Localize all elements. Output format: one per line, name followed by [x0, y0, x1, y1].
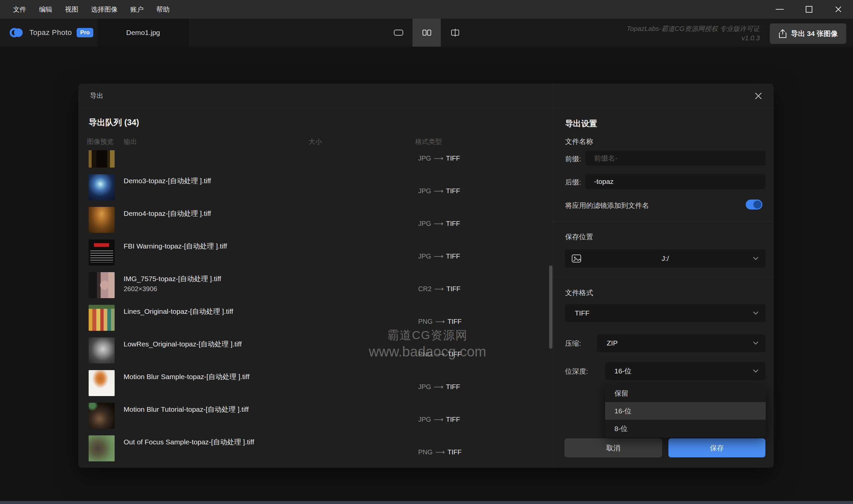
save-location-label: 保存位置 [565, 232, 593, 241]
file-dimensions: 2602×3906 [124, 285, 157, 293]
prefix-label: 前缀: [565, 154, 581, 164]
format-label: TIFF [446, 416, 460, 423]
bit-depth-label: 位深度: [565, 367, 588, 376]
thumbnail-owl [89, 435, 114, 461]
format-label: TIFF [446, 383, 460, 391]
file-format-dropdown[interactable]: TIFF [565, 304, 766, 322]
bit-depth-dropdown[interactable]: 16-位 [605, 362, 766, 380]
divider [553, 277, 774, 277]
menu-item-help[interactable]: 帮助 [150, 5, 176, 14]
menu-item-view[interactable]: 视图 [59, 5, 85, 14]
thumbnail-fbi-warning [89, 239, 114, 266]
export-images-button[interactable]: 导出 34 张图像 [770, 23, 846, 44]
single-view-button[interactable] [384, 19, 412, 47]
arrow-right-icon: ⟶ [431, 155, 446, 162]
app-header: Topaz Photo Pro Demo1.jpg TopazLabs-霸道CG… [0, 19, 853, 47]
format-label: TIFF [447, 350, 461, 358]
filter-name-toggle[interactable] [746, 200, 762, 210]
format-label: TIFF [446, 252, 460, 260]
file-format-label: 文件格式 [565, 288, 593, 298]
suffix-input[interactable] [585, 174, 766, 189]
format-label: TIFF [446, 285, 461, 292]
save-button[interactable]: 保存 [669, 438, 765, 457]
maximize-icon [806, 6, 812, 13]
column-header-size: 大小 [308, 137, 322, 146]
menu-item-select-image[interactable]: 选择图像 [85, 5, 124, 14]
file-format-value: TIFF [575, 309, 589, 317]
format-label: PNG [418, 448, 432, 456]
arrow-right-icon: ⟶ [431, 220, 446, 227]
format-conversion: CR2⟶TIFF [418, 285, 461, 293]
settings-heading: 导出设置 [565, 118, 597, 129]
file-name: FBI Warning-topaz-[自动处理 ].tiff [124, 241, 227, 251]
arrow-right-icon: ⟶ [431, 383, 446, 391]
menu-item-file[interactable]: 文件 [7, 5, 33, 14]
arrow-right-icon: ⟶ [432, 318, 447, 325]
export-queue-list: JPG⟶TIFFDemo3-topaz-[自动处理 ].tiffJPG⟶TIFF… [89, 150, 552, 467]
column-header-format: 格式类型 [415, 137, 442, 146]
app-logo: Topaz Photo Pro [0, 19, 98, 47]
tab-demo1[interactable]: Demo1.jpg [99, 19, 188, 47]
format-conversion: JPG⟶TIFF [418, 252, 460, 260]
app-window: { "menu_bar": { "items": ["文件", "编辑", "视… [0, 0, 853, 504]
file-name: Motion Blur Tutorial-topaz-[自动处理 ].tiff [124, 405, 249, 414]
bit-depth-option[interactable]: 8-位 [605, 420, 766, 437]
menu-item-account[interactable]: 账户 [124, 5, 150, 14]
bit-depth-option[interactable]: 16-位 [605, 402, 766, 420]
minimize-icon [776, 9, 784, 10]
save-location-dropdown[interactable]: J:/ [565, 249, 766, 268]
tab-label: Demo1.jpg [126, 29, 160, 37]
single-view-icon [393, 28, 404, 37]
split-view-button[interactable] [441, 19, 469, 47]
chevron-down-icon [752, 341, 759, 345]
dialog-title: 导出 [90, 84, 103, 108]
split-view-icon [450, 28, 460, 38]
chevron-down-icon [752, 369, 759, 374]
queue-row[interactable]: Out of Focus Sample-topaz-[自动处理 ].tiffPN… [89, 435, 552, 461]
chevron-down-icon [752, 256, 759, 261]
file-name: Motion Blur Sample-topaz-[自动处理 ].tiff [124, 372, 250, 381]
queue-scrollbar[interactable] [549, 266, 552, 349]
compression-dropdown[interactable]: ZIP [597, 334, 766, 352]
queue-row[interactable]: LowRes_Original-topaz-[自动处理 ].tiffPNG⟶TI… [89, 338, 552, 363]
queue-row[interactable]: JPG⟶TIFF [89, 150, 552, 167]
arrow-right-icon: ⟶ [431, 187, 446, 195]
filter-toggle-label: 将应用的滤镜添加到文件名 [565, 201, 649, 210]
share-export-icon [778, 29, 787, 38]
close-icon [835, 6, 842, 13]
format-label: TIFF [446, 187, 460, 195]
window-bottom-edge [0, 501, 853, 504]
queue-row[interactable]: FBI Warning-topaz-[自动处理 ].tiffJPG⟶TIFF [89, 239, 552, 266]
format-conversion: JPG⟶TIFF [418, 383, 460, 391]
queue-row[interactable]: Motion Blur Sample-topaz-[自动处理 ].tiffJPG… [89, 370, 552, 396]
queue-row[interactable]: Demo4-topaz-[自动处理 ].tiffJPG⟶TIFF [89, 207, 552, 233]
close-window-button[interactable] [824, 0, 853, 19]
view-mode-switch [384, 19, 469, 47]
format-conversion: PNG⟶TIFF [418, 448, 461, 456]
queue-row[interactable]: IMG_7575-topaz-[自动处理 ].tiff2602×3906CR2⟶… [89, 272, 552, 298]
menu-item-edit[interactable]: 编辑 [33, 5, 59, 14]
side-by-side-view-button[interactable] [412, 19, 441, 47]
export-queue-heading: 导出队列 (34) [89, 117, 139, 128]
format-label: JPG [418, 252, 431, 260]
prefix-input[interactable] [585, 150, 766, 166]
bit-depth-option[interactable]: 保留 [605, 384, 766, 402]
thumbnail-market-interior [89, 207, 114, 233]
save-location-value: J:/ [565, 254, 766, 263]
pro-badge: Pro [77, 28, 93, 37]
minimize-button[interactable] [765, 0, 794, 19]
queue-row[interactable]: Lines_Original-topaz-[自动处理 ].tiffPNG⟶TIF… [89, 305, 552, 331]
format-label: JPG [418, 383, 431, 391]
queue-row[interactable]: Motion Blur Tutorial-topaz-[自动处理 ].tiffJ… [89, 403, 552, 429]
image-folder-icon [571, 254, 582, 263]
queue-row[interactable]: Demo3-topaz-[自动处理 ].tiffJPG⟶TIFF [89, 174, 552, 200]
thumbnail-fireworks [89, 174, 114, 200]
chevron-down-icon [752, 311, 759, 316]
format-label: PNG [418, 350, 432, 358]
cancel-button[interactable]: 取消 [565, 438, 662, 457]
format-label: JPG [418, 220, 431, 227]
suffix-label: 后缀: [565, 178, 581, 187]
maximize-button[interactable] [794, 0, 824, 19]
arrow-right-icon: ⟶ [432, 448, 447, 456]
format-label: TIFF [447, 448, 461, 456]
